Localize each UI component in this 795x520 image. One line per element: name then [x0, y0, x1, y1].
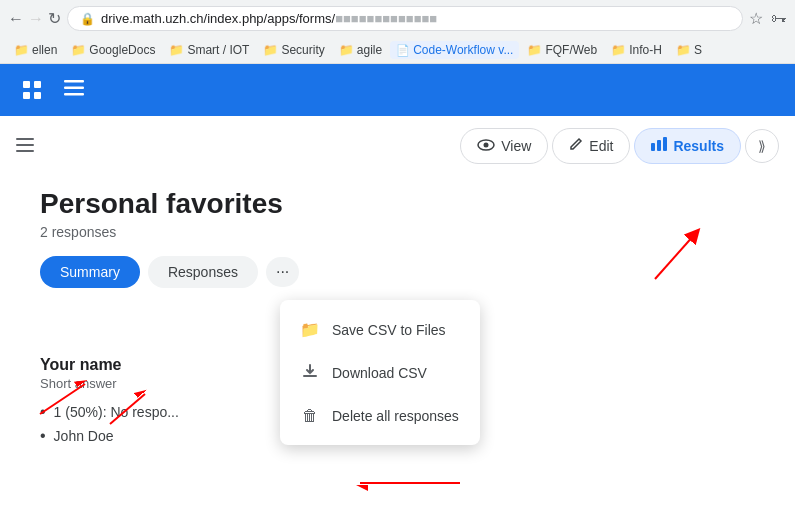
svg-rect-12: [651, 143, 655, 151]
bookmark-label: S: [694, 43, 702, 57]
bookmark-s[interactable]: 📁 S: [670, 41, 708, 59]
edit-button[interactable]: Edit: [552, 128, 630, 164]
results-button[interactable]: Results: [634, 128, 741, 164]
folder-icon: 📁: [339, 43, 354, 57]
address-bar[interactable]: 🔒 drive.math.uzh.ch/index.php/apps/forms…: [67, 6, 743, 31]
answer-text-1: 1 (50%): No respo...: [54, 404, 179, 420]
svg-rect-0: [23, 81, 30, 88]
eye-icon: [477, 137, 495, 155]
response-count: 2 responses: [40, 224, 755, 240]
folder-filled-icon: 📁: [300, 320, 320, 339]
browser-nav-icons: ← → ↻: [8, 9, 61, 28]
arrow-download: [350, 468, 470, 502]
bookmark-label: GoogleDocs: [89, 43, 155, 57]
more-actions-button[interactable]: ⟫: [745, 129, 779, 163]
bullet-icon: •: [40, 403, 46, 421]
dropdown-menu: 📁 Save CSV to Files Download CSV 🗑 Delet…: [280, 300, 480, 445]
save-csv-files-label: Save CSV to Files: [332, 322, 446, 338]
browser-top-bar: ← → ↻ 🔒 drive.math.uzh.ch/index.php/apps…: [0, 0, 795, 37]
svg-rect-13: [657, 140, 661, 151]
toolbar-row: View Edit Results: [0, 116, 795, 164]
chart-icon: [651, 137, 667, 155]
refresh-icon[interactable]: ↻: [48, 9, 61, 28]
bookmark-ellen[interactable]: 📁 ellen: [8, 41, 63, 59]
folder-icon: 📁: [676, 43, 691, 57]
save-csv-files-item[interactable]: 📁 Save CSV to Files: [280, 308, 480, 351]
svg-rect-14: [663, 137, 667, 151]
bookmark-agile[interactable]: 📁 agile: [333, 41, 388, 59]
app-header: [0, 64, 795, 116]
lock-icon: 🔒: [80, 12, 95, 26]
key-icon: 🗝: [771, 10, 787, 28]
bookmark-fqfweb[interactable]: 📁 FQF/Web: [521, 41, 603, 59]
bookmark-label: ellen: [32, 43, 57, 57]
grid-icon[interactable]: [16, 74, 48, 106]
folder-icon: 📁: [71, 43, 86, 57]
svg-rect-6: [64, 93, 84, 96]
pencil-icon: [569, 137, 583, 155]
tab-more-button[interactable]: ···: [266, 257, 299, 287]
folder-icon: 📁: [14, 43, 29, 57]
svg-rect-3: [34, 92, 41, 99]
delete-responses-item[interactable]: 🗑 Delete all responses: [280, 395, 480, 437]
svg-rect-7: [16, 138, 34, 140]
bookmark-smartiot[interactable]: 📁 Smart / IOT: [163, 41, 255, 59]
trash-icon: 🗑: [300, 407, 320, 425]
bookmark-infoh[interactable]: 📁 Info-H: [605, 41, 668, 59]
tab-summary[interactable]: Summary: [40, 256, 140, 288]
svg-rect-1: [34, 81, 41, 88]
delete-responses-label: Delete all responses: [332, 408, 459, 424]
bookmarks-bar: 📁 ellen 📁 GoogleDocs 📁 Smart / IOT 📁 Sec…: [0, 37, 795, 64]
download-csv-item[interactable]: Download CSV: [280, 351, 480, 395]
folder-icon: 📁: [611, 43, 626, 57]
svg-point-11: [484, 143, 489, 148]
main-area: View Edit Results: [0, 116, 795, 475]
sidebar-toggle-icon[interactable]: [16, 136, 34, 157]
download-csv-label: Download CSV: [332, 365, 427, 381]
hamburger-icon[interactable]: [64, 80, 84, 101]
chevrons-icon: ⟫: [758, 138, 766, 154]
folder-icon: 📁: [169, 43, 184, 57]
svg-rect-2: [23, 92, 30, 99]
page-content: Personal favorites 2 responses Summary R…: [0, 164, 795, 475]
toolbar-actions: View Edit Results: [460, 128, 779, 164]
page-title: Personal favorites: [40, 188, 755, 220]
bullet-icon: •: [40, 427, 46, 445]
bookmark-label: Security: [281, 43, 324, 57]
bookmark-label: Smart / IOT: [187, 43, 249, 57]
svg-rect-9: [16, 150, 34, 152]
star-icon[interactable]: ☆: [749, 9, 763, 28]
bookmark-googledocs[interactable]: 📁 GoogleDocs: [65, 41, 161, 59]
tabs-row: Summary Responses ··· 📁 Save CSV to File…: [40, 256, 755, 288]
svg-rect-8: [16, 144, 34, 146]
browser-chrome: ← → ↻ 🔒 drive.math.uzh.ch/index.php/apps…: [0, 0, 795, 64]
bookmark-security[interactable]: 📁 Security: [257, 41, 330, 59]
browser-right-icons: ☆ 🗝: [749, 9, 787, 28]
view-button[interactable]: View: [460, 128, 548, 164]
bookmark-label: Info-H: [629, 43, 662, 57]
bookmark-label: agile: [357, 43, 382, 57]
folder-icon: 📁: [263, 43, 278, 57]
back-icon[interactable]: ←: [8, 10, 24, 28]
download-icon: [300, 363, 320, 383]
folder-icon: 📁: [527, 43, 542, 57]
forward-icon[interactable]: →: [28, 10, 44, 28]
answer-text-2: John Doe: [54, 428, 114, 444]
svg-rect-5: [64, 86, 84, 89]
bookmark-label: Code-Workflow v...: [413, 43, 513, 57]
svg-rect-4: [64, 80, 84, 83]
tab-responses[interactable]: Responses: [148, 256, 258, 288]
tab-icon: 📄: [396, 44, 410, 57]
bookmark-label: FQF/Web: [545, 43, 597, 57]
bookmark-codeworkflow[interactable]: 📄 Code-Workflow v...: [390, 41, 519, 59]
address-text: drive.math.uzh.ch/index.php/apps/forms/■…: [101, 11, 437, 26]
